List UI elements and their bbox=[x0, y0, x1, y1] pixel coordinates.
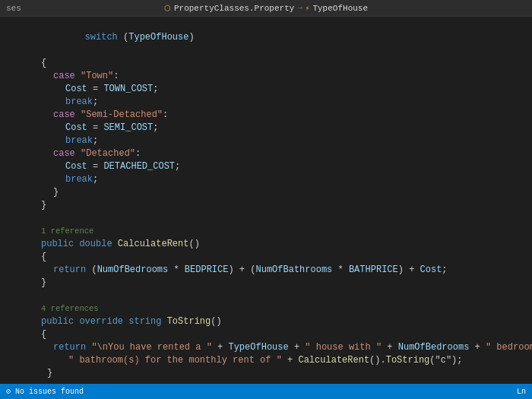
code-line: break; bbox=[0, 96, 532, 109]
type-of-house-icon: ⚡ bbox=[305, 4, 309, 13]
breadcrumb-text: PropertyClasses.Property bbox=[174, 4, 294, 13]
code-line: { bbox=[0, 328, 532, 341]
code-line bbox=[0, 212, 532, 225]
status-bar: ⊘ No issues found Ln bbox=[0, 384, 532, 399]
top-bar-center: ⬡ PropertyClasses.Property → ⚡ TypeOfHou… bbox=[164, 4, 368, 13]
code-line: case "Town": bbox=[0, 70, 532, 83]
code-line: { bbox=[0, 251, 532, 264]
breadcrumb-end: TypeOfHouse bbox=[312, 4, 368, 13]
property-classes-icon: ⬡ bbox=[164, 4, 171, 13]
code-line: public double CalculateRent() bbox=[0, 238, 532, 251]
code-line-reference: 4 references bbox=[0, 302, 532, 315]
top-bar-left: ses bbox=[6, 4, 21, 13]
code-line: Cost = DETACHED_COST; bbox=[0, 160, 532, 173]
code-line: Cost = SEMI_COST; bbox=[0, 122, 532, 135]
code-line: } bbox=[0, 367, 532, 380]
code-line: public override string ToString() bbox=[0, 315, 532, 328]
breadcrumb-separator: → bbox=[297, 4, 302, 12]
code-line: case "Detached": bbox=[0, 147, 532, 160]
code-line bbox=[0, 290, 532, 302]
line-info: Ln bbox=[517, 388, 526, 396]
code-line: break; bbox=[0, 173, 532, 186]
code-line: { bbox=[0, 57, 532, 70]
code-line: } bbox=[0, 199, 532, 212]
code-line: } bbox=[0, 277, 532, 290]
code-line: return (NumOfBedrooms * BEDPRICE) + (Num… bbox=[0, 264, 532, 277]
editor-window: ses ⬡ PropertyClasses.Property → ⚡ TypeO… bbox=[0, 0, 532, 399]
code-line: } bbox=[0, 186, 532, 199]
code-editor[interactable]: switch (TypeOfHouse) { case "Town": Cost… bbox=[0, 17, 532, 389]
code-line: case "Semi-Detached": bbox=[0, 109, 532, 122]
code-line: return "\nYou have rented a " + TypeOfHo… bbox=[0, 341, 532, 354]
code-line: Cost = TOWN_COST; bbox=[0, 83, 532, 96]
code-line: " bathroom(s) for the monthly rent of " … bbox=[0, 354, 532, 367]
code-line-reference: 1 reference bbox=[0, 225, 532, 238]
code-line: switch (TypeOfHouse) bbox=[0, 18, 532, 57]
code-line: break; bbox=[0, 135, 532, 147]
top-bar: ses ⬡ PropertyClasses.Property → ⚡ TypeO… bbox=[0, 0, 532, 17]
issues-status: ⊘ No issues found bbox=[6, 387, 84, 396]
